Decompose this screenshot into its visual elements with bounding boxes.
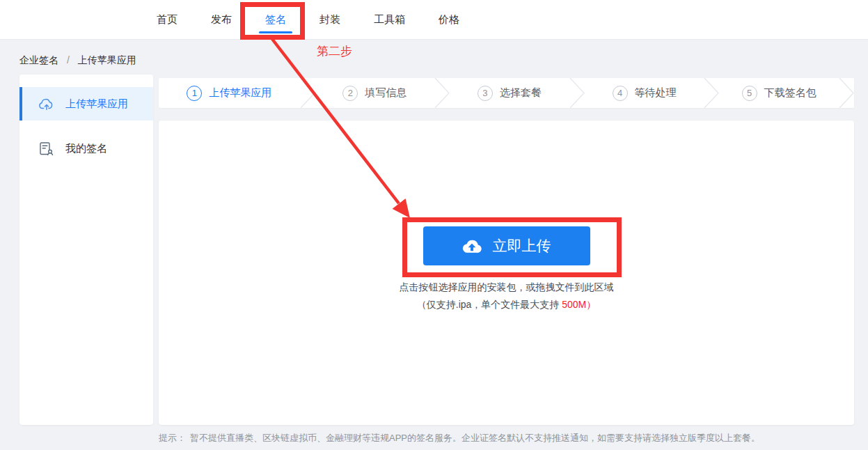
hint-suffix: ）: [586, 299, 596, 310]
step-number: 1: [187, 86, 202, 101]
top-navbar: 首页 发布 签名 封装 工具箱 价格: [0, 0, 868, 40]
step-wait-processing: 4 等待处理: [585, 78, 704, 108]
breadcrumb: 企业签名 / 上传苹果应用: [19, 54, 136, 67]
nav-item-publish[interactable]: 发布: [211, 13, 232, 26]
step-label: 选择套餐: [500, 86, 542, 100]
upload-hint-line2: （仅支持.ipa，单个文件最大支持 500M）: [159, 299, 854, 311]
hint-prefix: （仅支持.ipa，单个文件最大支持: [417, 299, 562, 310]
nav-item-package[interactable]: 封装: [319, 13, 340, 26]
sidebar-item-upload-app[interactable]: 上传苹果应用: [19, 87, 153, 121]
sidebar-item-my-signatures[interactable]: 我的签名: [19, 132, 153, 165]
step-number: 3: [478, 86, 493, 101]
nav-item-toolbox[interactable]: 工具箱: [374, 13, 405, 26]
step-label: 填写信息: [365, 86, 407, 100]
step-label: 上传苹果应用: [209, 86, 271, 100]
step-number: 2: [342, 86, 358, 101]
cloud-upload-icon: [39, 98, 54, 110]
chevron-right-icon: [839, 78, 854, 108]
sidebar: 上传苹果应用 我的签名: [19, 75, 153, 425]
sidebar-item-label: 我的签名: [65, 142, 107, 155]
chevron-right-icon: [300, 78, 315, 108]
chevron-right-icon: [569, 78, 585, 108]
cloud-upload-icon: [462, 239, 482, 254]
step-fill-info: 2 填写信息: [315, 78, 435, 108]
sidebar-item-label: 上传苹果应用: [65, 98, 128, 111]
breadcrumb-separator: /: [67, 54, 70, 65]
step-number: 5: [742, 86, 757, 101]
step-label: 等待处理: [635, 86, 677, 100]
nav-item-price[interactable]: 价格: [439, 13, 459, 26]
nav-item-sign[interactable]: 签名: [265, 13, 286, 26]
max-size-value: 500M: [562, 299, 586, 310]
chevron-right-icon: [704, 78, 719, 108]
upload-hint-line1: 点击按钮选择应用的安装包，或拖拽文件到此区域: [159, 281, 854, 294]
steps-bar: 1 上传苹果应用 2 填写信息 3 选择套餐 4 等待处理 5 下载签名包: [159, 78, 854, 108]
step-download-package: 5 下载签名包: [719, 78, 839, 108]
main-nav: 首页 发布 签名 封装 工具箱 价格: [0, 0, 868, 39]
step-upload-app: 1 上传苹果应用: [159, 78, 300, 108]
annotation-step-label: 第二步: [317, 43, 352, 59]
nav-item-home[interactable]: 首页: [157, 13, 177, 26]
upload-now-button[interactable]: 立即上传: [423, 226, 590, 265]
tip-text: 暂不提供直播类、区块链虚拟币、金融理财等违规APP的签名服务。企业证签名默认不支…: [190, 433, 760, 443]
step-number: 4: [613, 86, 628, 101]
signature-doc-icon: [39, 142, 54, 155]
upload-panel[interactable]: 立即上传 点击按钮选择应用的安装包，或拖拽文件到此区域 （仅支持.ipa，单个文…: [159, 121, 854, 425]
breadcrumb-item-upload-app: 上传苹果应用: [78, 54, 136, 65]
chevron-right-icon: [434, 78, 450, 108]
breadcrumb-item-enterprise-sign[interactable]: 企业签名: [19, 54, 58, 65]
step-choose-plan: 3 选择套餐: [450, 78, 569, 108]
tip-label: 提示：: [159, 433, 186, 443]
upload-button-label: 立即上传: [493, 236, 551, 256]
step-label: 下载签名包: [764, 86, 816, 100]
footer-tip: 提示：暂不提供直播类、区块链虚拟币、金融理财等违规APP的签名服务。企业证签名默…: [159, 432, 855, 444]
